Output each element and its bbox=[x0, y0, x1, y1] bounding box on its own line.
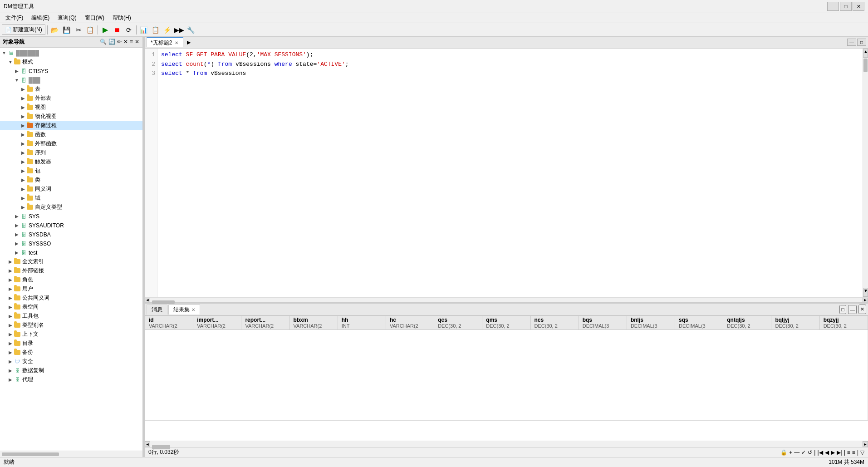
tree-item-ext-links[interactable]: ▶ 外部链接 bbox=[0, 266, 142, 275]
maximize-button[interactable]: □ bbox=[840, 2, 852, 11]
check-icon[interactable]: ✓ bbox=[801, 449, 806, 456]
tree-item-type-aliases[interactable]: ▶ 类型别名 bbox=[0, 321, 142, 330]
result-tab-resultset[interactable]: 结果集 ✕ bbox=[168, 305, 200, 315]
result-expand-btn[interactable]: □ bbox=[839, 305, 846, 314]
result-hscroll-right[interactable]: ► bbox=[863, 441, 868, 447]
nav-filter-icon[interactable]: ✕ bbox=[123, 38, 128, 45]
sql-editor[interactable]: select SF_GET_PARA_VALUE(2,'MAX_SESSIONS… bbox=[157, 49, 863, 297]
tree-item-tables[interactable]: ▶ 表 bbox=[0, 85, 142, 94]
nav-prev-icon[interactable]: ◀ bbox=[825, 449, 829, 456]
nav-first-icon[interactable]: |◀ bbox=[817, 449, 823, 456]
editor-maximize-btn[interactable]: □ bbox=[857, 39, 866, 46]
cut-button[interactable]: ✂ bbox=[73, 25, 84, 35]
result-tab-close-icon[interactable]: ✕ bbox=[191, 307, 195, 312]
menu-query[interactable]: 查询(Q) bbox=[54, 13, 80, 23]
nav-refresh-icon[interactable]: 🔄 bbox=[108, 38, 116, 45]
tree-item-triggers[interactable]: ▶ 触发器 bbox=[0, 157, 142, 167]
run-button[interactable]: ▶ bbox=[100, 25, 111, 35]
paste-button[interactable]: 📋 bbox=[85, 25, 96, 35]
menu-window[interactable]: 窗口(W) bbox=[81, 13, 108, 23]
tree-hscrollbar[interactable] bbox=[0, 451, 142, 457]
result-table-container[interactable]: idVARCHAR(2 import...VARCHAR(2 report...… bbox=[145, 315, 868, 441]
tree-item-functions[interactable]: ▶ 函数 bbox=[0, 130, 142, 139]
hscroll-thumb[interactable] bbox=[152, 300, 175, 304]
tree-item-replication[interactable]: ▶ 🗄 数据复制 bbox=[0, 366, 142, 375]
tree-item-security[interactable]: ▶ 🛡 安全 bbox=[0, 357, 142, 366]
result-hscroll-thumb[interactable] bbox=[152, 445, 170, 449]
tree-item-sequences[interactable]: ▶ 序列 bbox=[0, 148, 142, 157]
tree-item-user-schema[interactable]: ▼ 🗄 ███ bbox=[0, 76, 142, 85]
open-button[interactable]: 📂 bbox=[49, 25, 60, 35]
tree-item-ext-functions[interactable]: ▶ 外部函数 bbox=[0, 139, 142, 148]
tree-item-roles[interactable]: ▶ 角色 bbox=[0, 275, 142, 285]
history-button[interactable]: 📋 bbox=[150, 25, 161, 35]
minus-icon[interactable]: — bbox=[794, 449, 799, 456]
tree-item-fulltext[interactable]: ▶ 全文索引 bbox=[0, 257, 142, 266]
tree-item-classes[interactable]: ▶ 类 bbox=[0, 176, 142, 185]
tree-item-context[interactable]: ▶ 上下文 bbox=[0, 330, 142, 339]
plan-button[interactable]: 📊 bbox=[138, 25, 149, 35]
hscroll-left-btn[interactable]: ◄ bbox=[145, 298, 150, 302]
result-hscrollbar[interactable]: ◄ ► bbox=[145, 441, 868, 447]
minimize-button[interactable]: — bbox=[827, 2, 839, 11]
nav-search-icon[interactable]: 🔍 bbox=[99, 38, 107, 45]
scroll-down-btn[interactable]: ▼ bbox=[863, 288, 868, 297]
align-left-icon[interactable]: ≡ bbox=[847, 449, 850, 456]
tree-item-schema-root[interactable]: ▼ 模式 bbox=[0, 58, 142, 67]
tree-item-procedures[interactable]: ▶ 存储过程 bbox=[0, 121, 142, 130]
tree-item-sysdba[interactable]: ▶ 🗄 SYSDBA bbox=[0, 230, 142, 239]
query-tab-1-close[interactable]: ✕ bbox=[175, 40, 178, 45]
tree-item-catalog[interactable]: ▶ 目录 bbox=[0, 339, 142, 348]
scroll-up-btn[interactable]: ▲ bbox=[863, 49, 868, 58]
tree-item-sysauditor[interactable]: ▶ 🗄 SYSAUDITOR bbox=[0, 221, 142, 230]
nav-close-icon[interactable]: ✕ bbox=[134, 38, 140, 45]
debug-button[interactable]: ▶▶ bbox=[174, 25, 185, 35]
nav-edit-icon[interactable]: ✏ bbox=[117, 38, 122, 45]
stop-button[interactable]: ⏹ bbox=[112, 25, 123, 35]
tree-item-connection[interactable]: ▼ 🖥 ██████ bbox=[0, 49, 142, 58]
refresh-icon[interactable]: ↺ bbox=[808, 449, 812, 456]
menu-help[interactable]: 帮助(H) bbox=[109, 13, 135, 23]
tree-item-packages[interactable]: ▶ 包 bbox=[0, 167, 142, 176]
result-minimize-btn[interactable]: — bbox=[848, 305, 857, 314]
nav-last-icon[interactable]: ▶| bbox=[837, 449, 842, 456]
align-center-icon[interactable]: ≡ bbox=[852, 449, 855, 456]
nav-next-icon[interactable]: ▶ bbox=[831, 449, 835, 456]
tree-item-views[interactable]: ▶ 视图 bbox=[0, 103, 142, 112]
refresh-button[interactable]: ⟳ bbox=[123, 25, 134, 35]
tree-item-proxy[interactable]: ▶ 🗄 代理 bbox=[0, 375, 142, 384]
tree-item-tablespaces[interactable]: ▶ 表空间 bbox=[0, 303, 142, 312]
editor-vscrollbar[interactable]: ▲ ▼ bbox=[863, 49, 868, 297]
tab-expand-button[interactable]: ▶ bbox=[186, 39, 191, 46]
new-query-button[interactable]: 📄 新建查询(N) bbox=[2, 25, 45, 35]
tree-item-mat-views[interactable]: ▶ 物化视图 bbox=[0, 112, 142, 121]
tree-item-ext-tables[interactable]: ▶ 外部表 bbox=[0, 94, 142, 103]
tree-item-test[interactable]: ▶ 🗄 test bbox=[0, 248, 142, 257]
scroll-thumb[interactable] bbox=[863, 59, 868, 72]
tree-item-users[interactable]: ▶ 用户 bbox=[0, 285, 142, 294]
filter-icon[interactable]: ▽ bbox=[860, 449, 864, 456]
menu-edit[interactable]: 编辑(E) bbox=[28, 13, 53, 23]
tree-item-sys[interactable]: ▶ 🗄 SYS bbox=[0, 212, 142, 221]
editor-hscrollbar[interactable]: ◄ ► bbox=[145, 297, 868, 303]
close-button[interactable]: ✕ bbox=[853, 2, 864, 11]
editor-minimize-btn[interactable]: — bbox=[847, 39, 856, 46]
tree-item-backup[interactable]: ▶ 备份 bbox=[0, 348, 142, 357]
result-close-btn[interactable]: ✕ bbox=[858, 305, 866, 314]
tools-button[interactable]: 🔧 bbox=[186, 25, 196, 35]
tree-item-domains[interactable]: ▶ 域 bbox=[0, 194, 142, 203]
save-button[interactable]: 💾 bbox=[61, 25, 72, 35]
nav-settings-icon[interactable]: ≡ bbox=[129, 38, 133, 45]
tree-item-pub-synonyms[interactable]: ▶ 公共同义词 bbox=[0, 294, 142, 303]
tree-item-ctisys[interactable]: ▶ 🗄 CTISYS bbox=[0, 67, 142, 76]
format-button[interactable]: ⚡ bbox=[162, 25, 173, 35]
result-tab-message[interactable]: 消息 bbox=[147, 305, 167, 315]
add-icon[interactable]: + bbox=[789, 449, 792, 456]
tree-item-syssso[interactable]: ▶ 🗄 SYSSSO bbox=[0, 239, 142, 248]
tree-item-custom-types[interactable]: ▶ 自定义类型 bbox=[0, 203, 142, 212]
query-tab-1[interactable]: *无标题2 ✕ bbox=[147, 37, 183, 47]
menu-file[interactable]: 文件(F) bbox=[2, 13, 27, 23]
tree-item-synonyms[interactable]: ▶ 同义词 bbox=[0, 185, 142, 194]
tree-item-toolkits[interactable]: ▶ 工具包 bbox=[0, 312, 142, 321]
result-hscroll-left[interactable]: ◄ bbox=[145, 441, 150, 447]
